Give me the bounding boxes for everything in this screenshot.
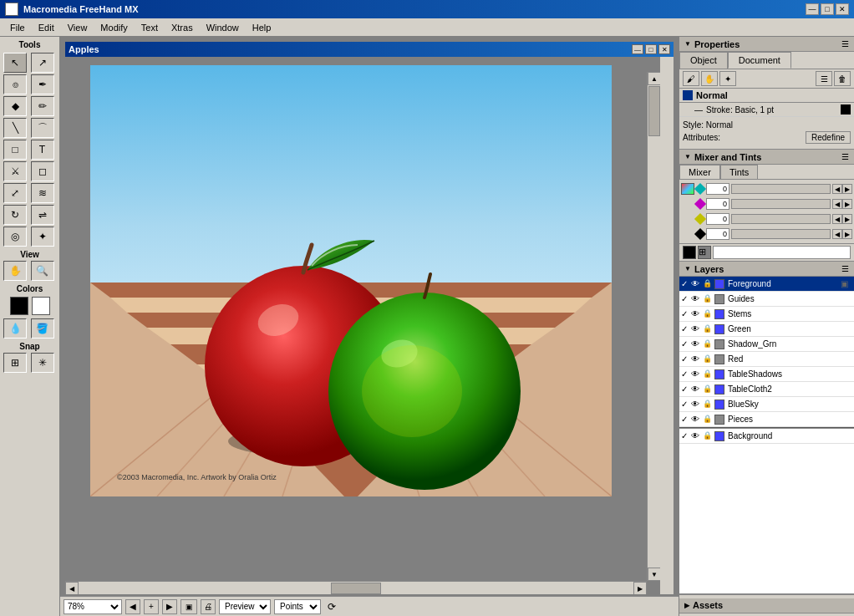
mixer-black-slider[interactable] <box>731 229 831 239</box>
mixer-current-color[interactable] <box>683 246 696 259</box>
mixer-yellow-slider[interactable] <box>731 214 831 224</box>
mixer-black-input[interactable] <box>706 228 729 240</box>
mirror-tool[interactable]: ⇌ <box>31 205 54 225</box>
bezigon-tool[interactable]: ◆ <box>3 96 27 116</box>
zoom-select[interactable]: 78% 50% 100% 150% <box>64 599 122 614</box>
layer-background-lock[interactable]: 🔒 <box>703 431 713 441</box>
fisheye-tool[interactable]: ◎ <box>3 227 27 247</box>
stroke-swatch[interactable] <box>10 297 28 315</box>
layer-shadow-grn-eye[interactable]: 👁 <box>691 339 701 349</box>
tab-document[interactable]: Document <box>728 52 791 69</box>
snap-tool-2[interactable]: ✳ <box>31 353 54 373</box>
scroll-down-btn[interactable]: ▼ <box>648 568 660 581</box>
layer-tablecloth2[interactable]: ✓ 👁 🔒 TableCloth2 <box>679 382 854 397</box>
tab-tints[interactable]: Tints <box>720 165 758 179</box>
menu-xtras[interactable]: Xtras <box>165 21 200 34</box>
mixer-yellow-incr[interactable]: ▶ <box>842 214 852 224</box>
menu-modify[interactable]: Modify <box>94 21 134 34</box>
restore-button[interactable]: □ <box>821 3 834 15</box>
layer-stems-lock[interactable]: 🔒 <box>703 309 713 319</box>
layers-panel-header[interactable]: ▼ Layers ☰ <box>679 262 854 277</box>
properties-menu-btn[interactable]: ☰ <box>841 39 849 48</box>
mixer-magenta-input[interactable] <box>706 198 729 210</box>
select-tool[interactable]: ↖ <box>3 53 27 73</box>
close-button[interactable]: ✕ <box>836 3 849 15</box>
prop-paint-btn[interactable]: 🖌 <box>683 71 699 86</box>
scroll-left-btn[interactable]: ◀ <box>65 582 79 594</box>
mixer-black-incr[interactable]: ▶ <box>842 229 852 239</box>
layer-foreground-lock[interactable]: 🔒 <box>703 279 713 289</box>
prop-list-btn[interactable]: ☰ <box>816 71 832 86</box>
layers-list[interactable]: ✓ 👁 🔒 Foreground ▣ ✓ 👁 🔒 Guides <box>679 277 854 593</box>
knife-tool[interactable]: ⚔ <box>3 161 27 181</box>
doc-restore[interactable]: □ <box>645 44 657 54</box>
layer-foreground-eye[interactable]: 👁 <box>691 279 701 289</box>
layer-bluesky-eye[interactable]: 👁 <box>691 400 701 410</box>
layer-pieces-eye[interactable]: 👁 <box>691 415 701 425</box>
layer-red[interactable]: ✓ 👁 🔒 Red <box>679 352 854 367</box>
prop-hand-btn[interactable]: ✋ <box>701 71 718 86</box>
canvas-paper[interactable]: ©2003 Macromedia, Inc. Artwork by Oralia… <box>90 65 612 496</box>
menu-help[interactable]: Help <box>246 21 278 34</box>
layer-guides[interactable]: ✓ 👁 🔒 Guides <box>679 292 854 307</box>
doc-close[interactable]: ✕ <box>658 44 670 54</box>
mixer-yellow-decr[interactable]: ◀ <box>832 214 842 224</box>
menu-edit[interactable]: Edit <box>32 21 61 34</box>
doc-scrollbar-vertical[interactable]: ▲ ▼ <box>647 72 660 581</box>
menu-text[interactable]: Text <box>135 21 165 34</box>
mixer-cyan-incr[interactable]: ▶ <box>842 184 852 194</box>
print-btn[interactable]: 🖨 <box>201 599 216 614</box>
mixer-magenta-incr[interactable]: ▶ <box>842 199 852 209</box>
layer-tablecloth2-lock[interactable]: 🔒 <box>703 384 713 395</box>
page-prev-btn[interactable]: ◀ <box>125 599 140 614</box>
lasso-tool[interactable]: ⌾ <box>3 74 27 94</box>
assets-panel-header[interactable]: ▶ Assets <box>679 598 854 613</box>
layer-bluesky[interactable]: ✓ 👁 🔒 BlueSky <box>679 397 854 412</box>
text-tool[interactable]: T <box>31 140 54 160</box>
fill-swatch[interactable] <box>32 297 50 315</box>
layer-guides-eye[interactable]: 👁 <box>691 294 701 304</box>
mixer-color-name-input[interactable] <box>713 246 851 259</box>
zoom-tool[interactable]: 🔍 <box>31 261 54 281</box>
doc-scrollbar-horizontal[interactable]: ◀ ▶ <box>65 581 647 594</box>
mixer-panel-header[interactable]: ▼ Mixer and Tints ☰ <box>679 150 854 165</box>
doc-minimize[interactable]: — <box>632 44 643 54</box>
mixer-yellow-input[interactable] <box>706 213 729 225</box>
layer-green-eye[interactable]: 👁 <box>691 324 701 334</box>
refresh-btn[interactable]: ⟳ <box>324 599 339 614</box>
layer-red-lock[interactable]: 🔒 <box>703 354 713 364</box>
layer-background[interactable]: ✓ 👁 🔒 Background <box>679 429 854 444</box>
layer-tableshadows-lock[interactable]: 🔒 <box>703 369 713 379</box>
units-select[interactable]: Points Inches Cm <box>274 599 321 614</box>
redefine-button[interactable]: Redefine <box>806 131 851 144</box>
hand-tool[interactable]: ✋ <box>3 261 27 281</box>
page-add-btn[interactable]: + <box>144 599 159 614</box>
scroll-right-btn[interactable]: ▶ <box>633 582 647 594</box>
subselect-tool[interactable]: ↗ <box>31 53 54 73</box>
layer-guides-lock[interactable]: 🔒 <box>703 294 713 304</box>
page-next-btn[interactable]: ▶ <box>162 599 177 614</box>
mixer-cyan-slider[interactable] <box>731 184 831 194</box>
snap-tool-1[interactable]: ⊞ <box>3 353 27 373</box>
layer-tableshadows[interactable]: ✓ 👁 🔒 TableShadows <box>679 367 854 382</box>
layer-foreground[interactable]: ✓ 👁 🔒 Foreground ▣ <box>679 277 854 292</box>
layer-shadow-grn-lock[interactable]: 🔒 <box>703 339 713 349</box>
layer-green[interactable]: ✓ 👁 🔒 Green <box>679 322 854 337</box>
minimize-button[interactable]: — <box>806 3 819 15</box>
line-tool[interactable]: ╲ <box>3 118 27 138</box>
prop-delete-btn[interactable]: 🗑 <box>834 71 851 86</box>
pen-tool[interactable]: ✒ <box>31 74 54 94</box>
freeform-tool[interactable]: ≋ <box>31 183 54 203</box>
arc-tool[interactable]: ⌒ <box>31 118 54 138</box>
mixer-magenta-decr[interactable]: ◀ <box>832 199 842 209</box>
properties-panel-header[interactable]: ▼ Properties ☰ <box>679 37 854 52</box>
menu-file[interactable]: File <box>3 21 32 34</box>
eyedropper-tool[interactable]: 💧 <box>3 318 27 339</box>
layer-green-lock[interactable]: 🔒 <box>703 324 713 334</box>
layer-bluesky-lock[interactable]: 🔒 <box>703 400 713 410</box>
eraser-tool[interactable]: ◻ <box>31 161 54 181</box>
mixer-cyan-decr[interactable]: ◀ <box>832 184 842 194</box>
layer-pieces[interactable]: ✓ 👁 🔒 Pieces <box>679 412 854 427</box>
scale-tool[interactable]: ⤢ <box>3 183 27 203</box>
stroke-color-swatch[interactable] <box>841 104 851 115</box>
